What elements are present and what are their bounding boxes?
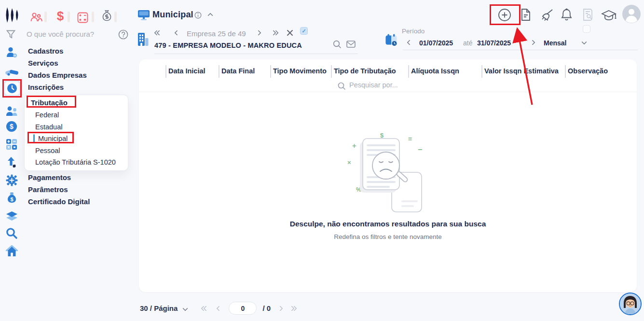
company-search-icon[interactable] [333,40,342,49]
module-separator [68,12,70,22]
sidebar-item-time-active[interactable] [3,80,21,97]
period-label: Período [402,28,425,35]
column-separator [408,65,409,78]
sidebar-item-certificado-digital[interactable]: Certificado Digital [28,197,90,206]
filter-funnel-icon[interactable] [6,30,15,39]
tributacao-submenu: Tributação Federal Estadual Municipal Pe… [24,95,128,171]
company-nav-label: Empresa 25 de 49 [187,29,246,38]
company-mail-icon[interactable] [346,41,356,48]
period-end-date[interactable]: 31/07/2025 [477,39,511,47]
svg-text:×: × [347,159,351,166]
first-company-button[interactable] [155,31,160,35]
prev-company-button[interactable] [174,30,179,35]
current-page-input[interactable] [229,302,257,315]
company-filter-checkbox[interactable]: ✓ [300,27,308,35]
table-search-icon[interactable] [338,82,346,90]
payments-gear-icon[interactable] [6,174,18,186]
user-avatar[interactable] [622,5,641,23]
column-separator [165,65,166,78]
period-checkbox[interactable] [583,25,590,33]
prev-page-button[interactable] [217,306,222,311]
period-mode-select[interactable]: Mensal [544,39,566,47]
currency-coin-icon[interactable]: $ [6,121,17,132]
first-page-button[interactable] [202,307,206,310]
app-logo [5,6,20,26]
monitor-icon [138,10,150,21]
prev-period-button[interactable] [407,40,412,45]
people-module-icon[interactable] [30,12,42,23]
sidebar-item-pagamentos[interactable]: Pagamentos [28,173,71,181]
results-card: Data Inicial Data Final Tipo Movimento T… [139,59,637,292]
column-header-aliquota-issqn[interactable]: Alíquota Issqn [411,67,459,75]
collapse-header-chevron[interactable] [207,13,213,18]
column-header-tipo-tributacao[interactable]: Tipo de Tributação [334,67,396,75]
document-search-icon[interactable] [582,8,593,21]
table-search-input[interactable] [349,81,417,89]
clear-broom-icon[interactable] [539,8,554,22]
growth-arrow-icon[interactable] [6,156,17,168]
submenu-item-federal[interactable]: Federal [35,111,59,119]
app-window: $ [0,0,644,321]
submenu-item-pessoal[interactable]: Pessoal [35,147,60,154]
services-handshake-icon[interactable] [5,67,19,78]
column-header-data-inicial[interactable]: Data Inicial [168,67,206,75]
clients-people-icon[interactable] [5,105,18,117]
page-size-chevron[interactable] [183,306,188,311]
selected-item-indicator [33,134,35,142]
svg-text:$: $ [380,132,384,139]
notifications-bell-icon[interactable] [561,8,572,21]
total-pages-label: / 0 [262,304,271,312]
submenu-title-tributacao[interactable]: Tributação [31,98,68,107]
period-underline [403,50,638,50]
last-page-button[interactable] [290,307,295,310]
submenu-item-estadual[interactable]: Estadual [35,123,62,131]
next-page-button[interactable] [277,306,283,311]
period-mode-chevron[interactable] [581,39,587,44]
page-size-select[interactable]: 30 / Página [140,304,178,312]
submenu-item-lotacao[interactable]: Lotação Tributária S-1020 [35,158,116,166]
submenu-item-municipal[interactable]: Municipal [38,135,68,142]
sidebar-item-dados-empresas[interactable]: Dados Empresas [28,71,87,79]
sidebar-item-servicos[interactable]: Serviços [28,59,58,67]
education-cap-icon[interactable] [601,9,617,22]
info-icon[interactable] [194,12,202,19]
svg-text:=: = [408,135,412,143]
sidebar-item-cadastros[interactable]: Cadastros [28,47,63,55]
column-header-valor-issqn[interactable]: Valor Issqn Estimativa [484,67,559,75]
last-company-button[interactable] [272,31,276,35]
layers-icon[interactable] [5,210,18,222]
help-icon[interactable] [118,29,128,40]
page-title: Municipal [152,10,193,20]
money-bag-module-icon[interactable] [101,10,113,23]
next-period-button[interactable] [530,40,535,45]
calculator-icon[interactable] [6,139,17,150]
registrations-user-gear-icon[interactable] [6,46,18,58]
sidebar-item-parametros[interactable]: Parâmetros [28,185,68,194]
taxes-money-bag-icon[interactable]: $ [6,192,17,205]
home-icon[interactable] [6,245,18,257]
module-separator [92,12,94,22]
search-magnifier-icon[interactable] [6,227,18,239]
column-separator [331,65,332,78]
clear-company-icon[interactable] [287,29,293,36]
add-record-icon[interactable] [498,8,511,22]
clock-icon [6,83,18,94]
assistant-avatar[interactable] [619,293,642,315]
empty-state-illustration: $ = + − × % + [345,131,430,216]
next-company-button[interactable] [256,30,261,35]
column-header-data-final[interactable]: Data Final [221,67,255,75]
empty-state-title: Desculpe, não encontramos resultados par… [139,220,637,228]
document-icon[interactable] [521,8,531,21]
column-header-observacao[interactable]: Observação [568,67,608,75]
financial-module-icon[interactable]: $ [54,9,67,23]
sidebar-search-input[interactable] [27,30,113,38]
column-header-tipo-movimento[interactable]: Tipo Movimento [273,67,327,75]
sidebar-item-inscricoes[interactable]: Inscrições [28,83,64,91]
column-separator [219,65,219,78]
svg-text:+: + [352,141,356,150]
company-underline [154,54,358,54]
company-name: 479 - EMPRESA MODELO - MAKRO EDUCA [154,42,302,49]
calculator-module-icon[interactable] [77,12,88,23]
calendar-icon[interactable] [385,34,397,46]
period-start-date[interactable]: 01/07/2025 [419,39,453,47]
